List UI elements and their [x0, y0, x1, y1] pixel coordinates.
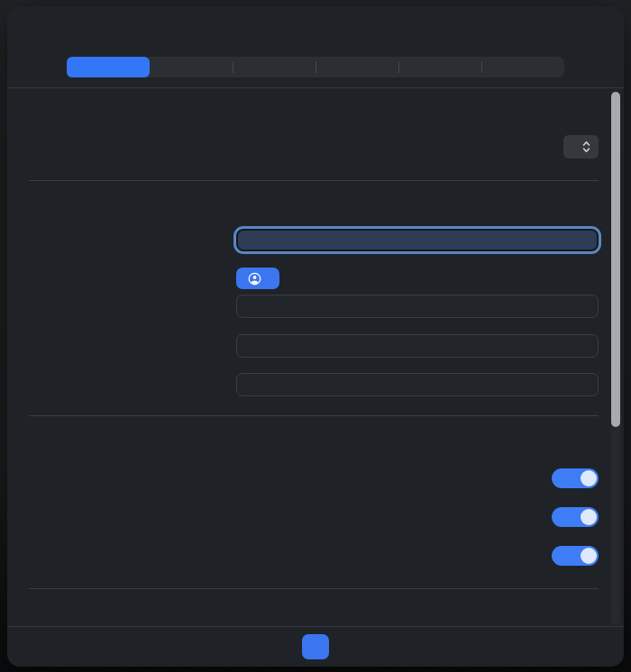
- tab-bar: [67, 57, 564, 77]
- settings-scroll-area: [7, 88, 624, 626]
- conversation-memory-toggle[interactable]: [552, 507, 599, 527]
- toggle-knob: [581, 509, 597, 525]
- mcp-file-access-row: [29, 546, 599, 566]
- section-header-features: [29, 437, 599, 450]
- default-provider-row: [29, 135, 599, 159]
- online-mode-row: [29, 468, 599, 488]
- scrollbar-thumb[interactable]: [611, 92, 620, 427]
- modal-header: [7, 6, 624, 88]
- conversation-memory-row: [29, 507, 599, 527]
- tab-general[interactable]: [67, 57, 150, 77]
- openrouter-key-input[interactable]: [236, 229, 599, 251]
- page-title: [7, 6, 624, 23]
- divider: [29, 415, 599, 416]
- openrouter-key-row: [29, 227, 599, 253]
- chevron-up-down-icon: [582, 141, 590, 153]
- tab-advanced[interactable]: [316, 57, 398, 77]
- toggle-knob: [581, 470, 597, 486]
- openai-key-input[interactable]: [236, 334, 599, 358]
- tab-appearance[interactable]: [233, 57, 316, 77]
- anthropic-key-row: [29, 268, 599, 318]
- mcp-file-access-toggle[interactable]: [552, 546, 599, 566]
- divider: [29, 180, 599, 181]
- section-header-web-search: [29, 608, 599, 622]
- divider: [29, 588, 599, 589]
- default-provider-dropdown[interactable]: [563, 135, 599, 159]
- person-circle-icon: [248, 272, 261, 286]
- tab-mcp[interactable]: [150, 57, 233, 77]
- openai-key-row: [29, 333, 599, 359]
- tab-sync[interactable]: [398, 57, 481, 77]
- login-claude-button[interactable]: [236, 268, 279, 289]
- section-header-api-keys: [29, 199, 599, 213]
- done-button[interactable]: [302, 634, 329, 659]
- ollama-url-input[interactable]: [236, 373, 599, 396]
- ollama-url-row: [29, 372, 599, 397]
- modal-footer: [7, 626, 624, 667]
- online-mode-toggle[interactable]: [552, 468, 599, 488]
- tab-email[interactable]: [481, 57, 564, 77]
- anthropic-key-input[interactable]: [236, 295, 599, 318]
- settings-modal: [7, 6, 624, 667]
- section-header-provider: [29, 105, 599, 119]
- toggle-knob: [581, 548, 597, 564]
